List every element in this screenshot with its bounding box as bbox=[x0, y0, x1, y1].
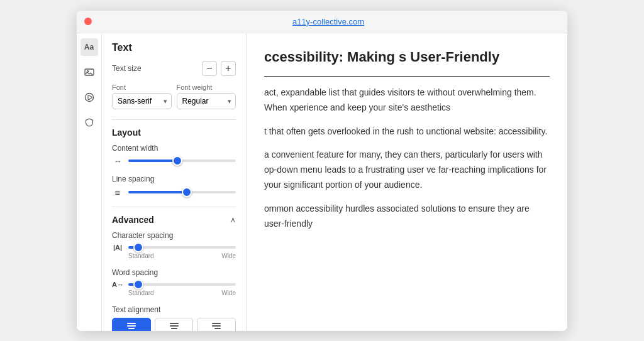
font-select[interactable]: Sans-serif Serif Monospace bbox=[112, 93, 172, 109]
increase-text-size-button[interactable]: + bbox=[221, 61, 236, 76]
settings-panel: Text Text size − + Font Sans-serif Serif… bbox=[102, 33, 247, 331]
content-width-label: Content width bbox=[112, 144, 236, 153]
article-divider bbox=[264, 76, 550, 77]
layout-title: Layout bbox=[112, 127, 236, 138]
char-spacing-labels: Standard Wide bbox=[112, 252, 236, 259]
text-alignment-label: Text alignment bbox=[112, 305, 236, 314]
align-center-icon bbox=[170, 323, 179, 329]
font-select-wrap: Font Sans-serif Serif Monospace bbox=[112, 84, 172, 109]
sidebar-icon-audio[interactable] bbox=[80, 89, 98, 106]
chevron-up-icon: ∧ bbox=[230, 215, 236, 224]
align-left-icon bbox=[127, 323, 136, 329]
sidebar-icon-shield[interactable] bbox=[80, 114, 98, 131]
svg-point-1 bbox=[87, 70, 88, 72]
url-bar[interactable]: a11y-collective.com bbox=[97, 17, 560, 26]
article-title: ccessibility: Making s User-Friendly bbox=[264, 48, 550, 67]
align-right-icon bbox=[212, 323, 221, 329]
divider-layout bbox=[112, 119, 236, 120]
align-right-button[interactable] bbox=[197, 318, 236, 331]
sidebar-icons: Aa bbox=[77, 33, 102, 331]
line-spacing-icon: ≡ bbox=[112, 187, 123, 198]
browser-content: Aa Text Text size − + bbox=[77, 33, 567, 331]
font-select-container: Sans-serif Serif Monospace bbox=[112, 93, 172, 109]
line-spacing-slider[interactable] bbox=[128, 191, 236, 193]
svg-point-2 bbox=[85, 93, 93, 101]
font-weight-select-wrap: Font weight Regular Bold Light bbox=[177, 84, 236, 109]
content-width-slider-container: ↔ bbox=[112, 156, 236, 166]
article-para-4: ommon accessibility hurdles associated s… bbox=[264, 202, 550, 232]
align-left-button[interactable] bbox=[112, 318, 151, 331]
font-weight-label: Font weight bbox=[177, 84, 236, 91]
word-spacing-icon: A↔ bbox=[112, 281, 123, 288]
article-para-1: act, expandable list that guides visitor… bbox=[264, 85, 550, 116]
line-spacing-label: Line spacing bbox=[112, 175, 236, 183]
panel-title: Text bbox=[112, 42, 236, 53]
word-wide-label: Wide bbox=[221, 290, 236, 296]
char-spacing-icon: |A| bbox=[112, 244, 123, 251]
divider-advanced bbox=[112, 207, 236, 207]
sidebar-icon-image[interactable] bbox=[80, 63, 98, 81]
article-area: ccessibility: Making s User-Friendly act… bbox=[247, 33, 567, 331]
word-spacing-label: Word spacing bbox=[112, 268, 236, 277]
article-para-3: a convenient feature for many, they can … bbox=[264, 148, 550, 192]
content-width-icon: ↔ bbox=[112, 156, 123, 166]
char-spacing-label: Character spacing bbox=[112, 231, 236, 240]
align-center-button[interactable] bbox=[155, 318, 194, 331]
font-weight-select-container: Regular Bold Light bbox=[177, 93, 236, 109]
char-spacing-slider[interactable] bbox=[128, 246, 236, 249]
close-button[interactable] bbox=[84, 18, 92, 25]
article-para-2: t that often gets overlooked in the rush… bbox=[264, 124, 550, 139]
char-wide-label: Wide bbox=[221, 252, 236, 259]
text-size-controls: − + bbox=[202, 61, 236, 76]
word-spacing-slider-container: A↔ bbox=[112, 281, 236, 288]
char-spacing-slider-container: |A| bbox=[112, 244, 236, 251]
font-label: Font bbox=[112, 84, 172, 91]
word-standard-label: Standard bbox=[128, 290, 154, 296]
char-spacing-row: Character spacing |A| Standard Wide bbox=[112, 231, 236, 259]
font-weight-select[interactable]: Regular Bold Light bbox=[177, 93, 236, 109]
sidebar-icon-text[interactable]: Aa bbox=[80, 38, 98, 56]
font-row: Font Sans-serif Serif Monospace Font wei… bbox=[112, 84, 236, 109]
content-width-slider[interactable] bbox=[128, 160, 236, 162]
line-spacing-slider-container: ≡ bbox=[112, 187, 236, 198]
content-width-row: Content width ↔ bbox=[112, 144, 236, 166]
word-spacing-row: Word spacing A↔ Standard Wide bbox=[112, 268, 236, 296]
browser-window: a11y-collective.com Aa Text Text size − bbox=[77, 11, 567, 331]
advanced-title: Advanced bbox=[112, 215, 154, 225]
decrease-text-size-button[interactable]: − bbox=[202, 61, 217, 76]
word-spacing-slider[interactable] bbox=[128, 283, 236, 286]
text-size-row: Text size − + bbox=[112, 61, 236, 76]
char-standard-label: Standard bbox=[128, 252, 154, 259]
line-spacing-row: Line spacing ≡ bbox=[112, 175, 236, 198]
word-spacing-labels: Standard Wide bbox=[112, 290, 236, 296]
advanced-header[interactable]: Advanced ∧ bbox=[112, 215, 236, 225]
alignment-row bbox=[112, 318, 236, 331]
text-size-label: Text size bbox=[112, 64, 142, 73]
browser-toolbar: a11y-collective.com bbox=[77, 11, 567, 33]
